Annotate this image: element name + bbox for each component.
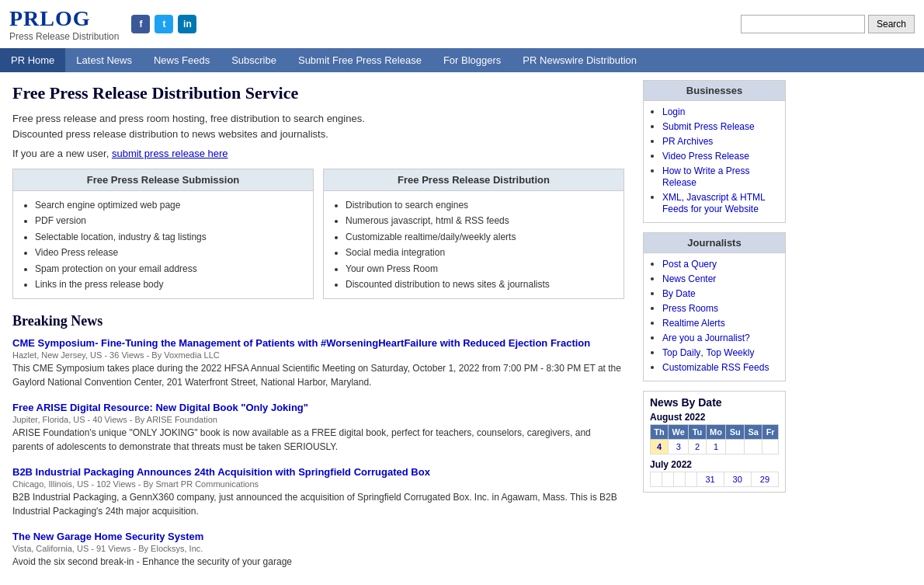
video-pr-link[interactable]: Video Press Release — [662, 151, 749, 162]
logo-text[interactable]: PRLOG — [9, 6, 119, 31]
submit-pr-link[interactable]: Submit Press Release — [662, 121, 755, 132]
news-title-3[interactable]: B2B Industrial Packaging Announces 24th … — [12, 466, 430, 478]
logo-area: PRLOG Press Release Distribution — [9, 6, 119, 42]
list-item: Customizable realtime/daily/weekly alert… — [346, 229, 616, 245]
nav-latest-news[interactable]: Latest News — [65, 48, 143, 72]
nav-pr-newswire[interactable]: PR Newswire Distribution — [512, 48, 648, 72]
nav-news-feeds[interactable]: News Feeds — [143, 48, 221, 72]
distribution-box-body: Distribution to search engines Numerous … — [324, 191, 624, 298]
cal-th: Fr — [762, 425, 779, 440]
news-title-1[interactable]: CME Symposium- Fine-Tuning the Managemen… — [12, 337, 590, 349]
news-by-date-box: News By Date August 2022 Th We Tu Mo Su … — [643, 391, 786, 493]
facebook-icon[interactable]: f — [131, 15, 150, 33]
news-item-1: CME Symposium- Fine-Tuning the Managemen… — [12, 337, 624, 389]
list-item: Numerous javascript, html & RSS feeds — [346, 213, 616, 228]
post-query-link[interactable]: Post a Query — [662, 259, 717, 270]
businesses-box: Businesses Login Submit Press Release PR… — [643, 80, 786, 223]
distribution-box: Free Press Release Distribution Distribu… — [323, 169, 624, 299]
search-input[interactable] — [741, 15, 865, 33]
list-item: Login — [662, 106, 779, 117]
journalist-link[interactable]: Are you a Journalist? — [662, 333, 750, 343]
cal-day-empty — [745, 440, 762, 454]
list-item: By Date — [662, 287, 779, 299]
list-item: Press Rooms — [662, 302, 779, 314]
nav-for-bloggers[interactable]: For Bloggers — [432, 48, 512, 72]
rss-feeds-link[interactable]: Customizable RSS Feeds — [662, 362, 769, 373]
list-item: Top Daily, Top Weekly — [662, 346, 779, 358]
cal-day[interactable]: 29 — [751, 472, 778, 487]
nav-pr-home[interactable]: PR Home — [0, 48, 65, 72]
cal-day[interactable]: 31 — [696, 472, 724, 487]
list-item: Search engine optimized web page — [35, 197, 305, 213]
news-center-link[interactable]: News Center — [662, 273, 716, 284]
login-link[interactable]: Login — [662, 106, 685, 117]
press-rooms-link[interactable]: Press Rooms — [662, 303, 718, 314]
content-area: Free Press Release Distribution Service … — [0, 72, 637, 585]
page-title: Free Press Release Distribution Service — [12, 83, 624, 103]
cal-th: Sa — [745, 425, 762, 440]
by-date-link[interactable]: By Date — [662, 288, 696, 299]
cal-day-empty — [685, 472, 696, 487]
list-item: Realtime Alerts — [662, 317, 779, 329]
nav-subscribe[interactable]: Subscribe — [221, 48, 287, 72]
news-item-4: The New Garage Home Security System Vist… — [12, 531, 624, 569]
list-item: Customizable RSS Feeds — [662, 361, 779, 373]
news-item-2: Free ARISE Digital Resource: New Digital… — [12, 402, 624, 454]
businesses-header: Businesses — [644, 81, 785, 101]
list-item: How to Write a Press Release — [662, 165, 779, 188]
search-button[interactable]: Search — [868, 15, 915, 33]
top-weekly-link[interactable]: Top Weekly — [707, 347, 755, 358]
description-line1: Free press release and press room hostin… — [12, 111, 624, 141]
realtime-alerts-link[interactable]: Realtime Alerts — [662, 318, 725, 329]
xml-feeds-link[interactable]: XML, Javascript & HTML Feeds for your We… — [662, 192, 765, 214]
journalists-body: Post a Query News Center By Date Press R… — [644, 253, 785, 381]
news-by-date-title: News By Date — [650, 396, 779, 409]
header: PRLOG Press Release Distribution f t in … — [0, 0, 924, 48]
how-to-write-link[interactable]: How to Write a Press Release — [662, 165, 749, 188]
list-item: Video Press release — [35, 245, 305, 260]
nav-bar: PR Home Latest News News Feeds Subscribe… — [0, 48, 924, 72]
list-item: XML, Javascript & HTML Feeds for your We… — [662, 191, 779, 214]
news-title-2[interactable]: Free ARISE Digital Resource: New Digital… — [12, 402, 308, 413]
list-item: Spam protection on your email address — [35, 261, 305, 277]
linkedin-icon[interactable]: in — [178, 15, 196, 33]
news-body-4: Avoid the six second break-in - Enhance … — [12, 555, 624, 569]
list-item: Video Press Release — [662, 150, 779, 162]
news-meta-4: Vista, California, US - 91 Views - By El… — [12, 544, 624, 553]
list-item: Your own Press Room — [346, 261, 616, 277]
cal-day[interactable]: 30 — [724, 472, 751, 487]
nav-submit-press-release[interactable]: Submit Free Press Release — [287, 48, 432, 72]
list-item: PR Archives — [662, 135, 779, 147]
submission-box: Free Press Release Submission Search eng… — [12, 169, 314, 299]
cal-day-empty — [762, 440, 779, 454]
list-item: Links in the press release body — [35, 277, 305, 292]
pr-archives-link[interactable]: PR Archives — [662, 136, 713, 147]
list-item: Discounted distribution to news sites & … — [346, 277, 616, 292]
twitter-icon[interactable]: t — [155, 15, 173, 33]
feature-boxes: Free Press Release Submission Search eng… — [12, 169, 624, 299]
submission-box-list: Search engine optimized web page PDF ver… — [21, 197, 305, 292]
submit-press-release-link[interactable]: submit press release here — [112, 148, 228, 159]
distribution-box-list: Distribution to search engines Numerous … — [332, 197, 616, 292]
cal-th: Mo — [706, 425, 726, 440]
cal-th: Su — [726, 425, 745, 440]
new-user-text: If you are a new user, submit press rele… — [12, 148, 624, 159]
july-label: July 2022 — [650, 459, 779, 470]
search-area: Search — [741, 15, 915, 33]
cal-day[interactable]: 2 — [689, 440, 706, 454]
logo-subtitle: Press Release Distribution — [9, 31, 119, 42]
cal-day[interactable]: 3 — [669, 440, 689, 454]
august-calendar: Th We Tu Mo Su Sa Fr 4 3 2 — [650, 424, 779, 454]
cal-day-empty — [662, 472, 673, 487]
journalists-list: Post a Query News Center By Date Press R… — [650, 258, 779, 373]
news-body-2: ARISE Foundation's unique "ONLY JOKING" … — [12, 426, 624, 454]
businesses-list: Login Submit Press Release PR Archives V… — [650, 106, 779, 214]
cal-th: Th — [651, 425, 669, 440]
top-daily-link[interactable]: Top Daily — [662, 347, 700, 358]
cal-day[interactable]: 4 — [651, 440, 669, 454]
social-icons: f t in — [131, 15, 196, 33]
list-item: PDF version — [35, 213, 305, 228]
list-item: Distribution to search engines — [346, 197, 616, 213]
cal-day[interactable]: 1 — [706, 440, 726, 454]
news-title-4[interactable]: The New Garage Home Security System — [12, 531, 203, 542]
